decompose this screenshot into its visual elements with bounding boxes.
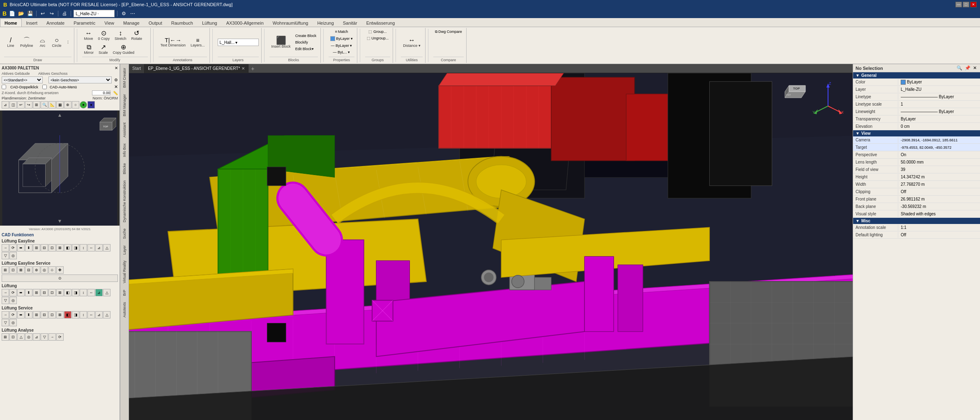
la-btn-6[interactable]: ▽ <box>41 333 48 341</box>
le-btn-7[interactable]: ⊡ <box>48 244 56 252</box>
prop-visualstyle-value[interactable]: Shaded with edges <box>898 211 980 217</box>
side-tab-bim-creator[interactable]: BIM Creator <box>121 65 128 91</box>
palette-btn-11[interactable]: ● <box>80 101 87 108</box>
l-btn-1[interactable]: → <box>2 289 9 296</box>
l-btn-16[interactable]: ◎ <box>9 297 17 304</box>
tab-view[interactable]: View <box>100 18 119 27</box>
nav-cube-preview[interactable]: TOP <box>96 114 116 134</box>
circle-button[interactable]: ○ Circle <box>50 36 64 49</box>
prop-clipping-value[interactable]: Off <box>898 189 980 195</box>
ls-btn-8[interactable]: ⊠ <box>56 311 64 318</box>
misc-section-header[interactable]: ▼ Misc <box>853 218 980 224</box>
prop-ltscale-value[interactable]: 1 <box>898 101 980 107</box>
l-btn-15[interactable]: ▽ <box>2 297 9 304</box>
le-btn-9[interactable]: ◧ <box>64 244 71 252</box>
insert-block-button[interactable]: ⬛ Insert Block <box>269 35 293 50</box>
le-btn-12[interactable]: ↔ <box>87 244 95 252</box>
le-btn-16[interactable]: ◎ <box>9 252 17 259</box>
le-btn-15[interactable]: ▽ <box>2 252 9 259</box>
palette-btn-1[interactable]: ⊿ <box>2 101 9 108</box>
le-btn-8[interactable]: ⊠ <box>56 244 64 252</box>
maximize-button[interactable]: □ <box>963 2 969 7</box>
copy-guided-button[interactable]: ⊕ Copy Guided <box>111 43 137 56</box>
l-btn-12[interactable]: ↔ <box>87 289 95 296</box>
view-section-header[interactable]: ▼ View <box>853 130 980 136</box>
la-btn-1[interactable]: ⊞ <box>2 333 9 341</box>
prop-backplane-value[interactable]: -30.569232 m <box>898 203 980 210</box>
palette-btn-12[interactable]: ● <box>87 101 95 108</box>
l-btn-8[interactable]: ⊠ <box>56 289 64 296</box>
tab-home[interactable]: Home <box>0 18 22 27</box>
side-tab-info-box[interactable]: Info Box <box>121 141 128 160</box>
ls-btn-1[interactable]: → <box>2 311 9 318</box>
palette-btn-3[interactable]: ↩ <box>17 101 25 108</box>
clear-btn[interactable]: ✕ <box>114 84 118 90</box>
ls-btn-3[interactable]: ⬌ <box>17 311 25 318</box>
arc-button[interactable]: ⌓ Arc <box>36 36 49 49</box>
tab-main[interactable]: EP_Ebene-1_UG_ESS - ANSICHT GERENDERT* ✕ <box>145 64 248 73</box>
les-extra-btn[interactable]: ⊙ <box>2 275 118 282</box>
ls-btn-14[interactable]: △ <box>103 311 110 318</box>
prop-close-icon[interactable]: ✕ <box>972 65 978 71</box>
palette-btn-10[interactable]: ○ <box>72 101 79 108</box>
qa-save-button[interactable]: 💾 <box>26 10 34 17</box>
edit-block-button[interactable]: Edit Block▾ <box>294 46 318 52</box>
le-btn-4[interactable]: ⬍ <box>25 244 32 252</box>
qa-open-button[interactable]: 📂 <box>17 10 25 17</box>
side-tab-brp[interactable]: BrP <box>121 287 128 299</box>
side-tab-layer[interactable]: Layer <box>121 242 128 258</box>
ungroup-button[interactable]: ⬚ Ungroup... <box>365 35 391 41</box>
le-btn-5[interactable]: ⊞ <box>33 244 40 252</box>
draw-more-button[interactable]: ⋮ <box>64 39 71 45</box>
side-tab-dynamische[interactable]: Dynamische Konstruktion <box>121 178 128 225</box>
nav-cube[interactable]: TOP FRT <box>779 77 807 106</box>
line-button[interactable]: / Line <box>4 36 17 49</box>
viewport-3d[interactable]: Z X Y TOP FRT <box>129 73 853 420</box>
la-btn-5[interactable]: ⊿ <box>33 333 40 341</box>
create-block-button[interactable]: Create Block <box>294 33 318 39</box>
la-btn-4[interactable]: ◎ <box>25 333 32 341</box>
les-btn-4[interactable]: ⊟ <box>25 266 32 274</box>
tab-start[interactable]: Start <box>129 64 145 73</box>
z-value-input[interactable] <box>92 90 110 95</box>
prop-deflighting-value[interactable]: Off <box>898 232 980 238</box>
side-tab-bim-manager[interactable]: BIM Manager <box>121 91 128 119</box>
stretch-button[interactable]: ↕ Stretch <box>113 29 129 42</box>
les-btn-7[interactable]: ⊹ <box>48 266 56 274</box>
ls-btn-7[interactable]: ⊡ <box>48 311 56 318</box>
l-btn-14[interactable]: △ <box>103 289 110 296</box>
prop-height-value[interactable]: 14.347242 m <box>898 174 980 180</box>
move-button[interactable]: ↔ Move <box>82 29 95 42</box>
cad-auto-menue-checkbox[interactable] <box>42 85 47 89</box>
palette-btn-5[interactable]: ⊞ <box>33 101 40 108</box>
side-tab-assistant[interactable]: Assistant <box>121 120 128 141</box>
l-btn-6[interactable]: ⊟ <box>41 289 48 296</box>
qa-extra-btn1[interactable]: ⚙ <box>120 10 127 17</box>
distance-button[interactable]: ↔ Distance ▾ <box>401 36 423 49</box>
tab-output[interactable]: Output <box>144 18 167 27</box>
qa-undo-button[interactable]: ↩ <box>39 10 46 17</box>
ls-btn-4[interactable]: ⬍ <box>25 311 32 318</box>
le-btn-1[interactable]: → <box>2 244 9 252</box>
ls-btn-2[interactable]: ⟳ <box>9 311 17 318</box>
text-dimension-button[interactable]: T|←→ Text Dimension <box>159 36 188 48</box>
prop-linetype-value[interactable]: ————————— ByLayer <box>898 94 980 100</box>
palette-btn-4[interactable]: ↪ <box>25 101 32 108</box>
tab-manage[interactable]: Manage <box>119 18 144 27</box>
copy-button[interactable]: ⊙ 0 Copy <box>96 29 112 42</box>
palette-btn-7[interactable]: 📐 <box>48 101 56 108</box>
qa-extra-btn2[interactable]: ⋯ <box>129 10 136 17</box>
ls-btn-10[interactable]: ◨ <box>72 311 79 318</box>
l-btn-11[interactable]: ↕ <box>80 289 87 296</box>
tab-heizung[interactable]: Heizung <box>313 18 338 27</box>
tab-insert[interactable]: Insert <box>22 18 42 27</box>
tab-ax3000[interactable]: AX3000-Allgemein <box>222 18 268 27</box>
tab-parametric[interactable]: Parametric <box>69 18 100 27</box>
qa-redo-button[interactable]: ↪ <box>48 10 55 17</box>
l-btn-3[interactable]: ⬌ <box>17 289 25 296</box>
bylayer-color-button[interactable]: ByLayer ▾ <box>329 35 354 42</box>
match-button[interactable]: ≡ Match <box>334 29 350 35</box>
standard-select[interactable]: <<Standard>> <box>2 76 43 83</box>
le-btn-14[interactable]: △ <box>103 244 110 252</box>
les-btn-8[interactable]: ✤ <box>56 266 64 274</box>
